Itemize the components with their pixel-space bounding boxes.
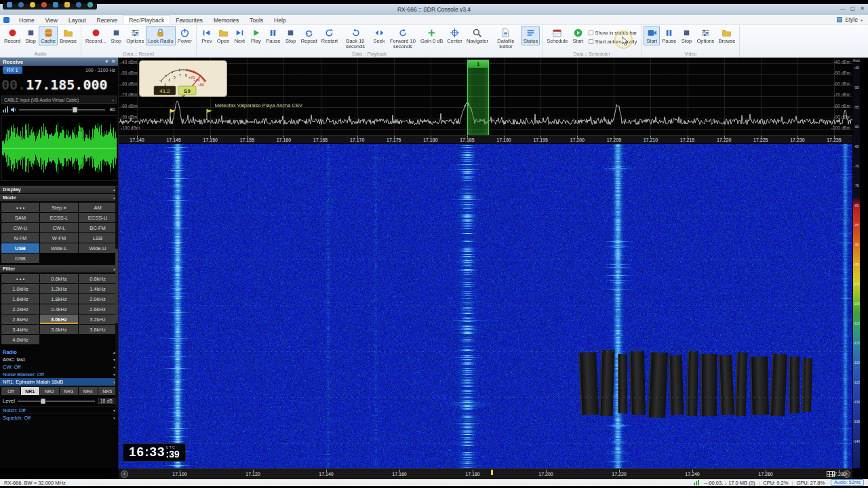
close-button[interactable]: ✕ [860,5,865,12]
mode-am-button[interactable]: AM [79,203,117,212]
level-slider[interactable] [18,398,95,405]
filter-2-6khz-button[interactable]: 2.6kHz [79,304,117,314]
scroll-left-button[interactable]: ‹ [121,470,128,478]
filter-3-2khz-button[interactable]: 3.2kHz [79,314,117,324]
waterfall[interactable]: 16:33 UTC :39 [119,144,852,468]
tab-help[interactable]: Help [269,15,291,24]
noise-blanker-row[interactable]: Noise Blanker: Off▾ [0,371,118,378]
tab-layout[interactable]: Layout [63,15,92,24]
filter-1-4khz-button[interactable]: 1.4kHz [79,284,117,293]
phone-icon[interactable] [76,2,81,7]
mode-n-fm-button[interactable]: N-FM [1,233,39,243]
spectrum-panel[interactable]: -40 dBm-50 dBm-60 dBm-70 dBm-80 dBm-90 d… [119,58,852,135]
seek-button[interactable]: Seek [371,26,387,45]
browse-button[interactable]: Browse [716,26,737,45]
power-button[interactable]: Power [176,26,194,45]
options-button[interactable]: Options [124,26,146,45]
nr-nr4-button[interactable]: NR4 [79,387,98,395]
filter-3-0khz-button[interactable]: 3.0kHz [40,314,78,324]
cw-row[interactable]: CW: Off▾ [0,363,118,371]
legend-auto-label[interactable]: Auto [852,58,861,62]
layout-icon[interactable] [837,17,842,22]
monitor-icon[interactable] [7,2,12,7]
start-button[interactable]: Start [570,26,587,45]
tab-favourites[interactable]: Favourites [170,15,208,24]
stop-button[interactable]: Stop [108,26,124,45]
navigator-button[interactable]: Navigator [465,26,490,45]
memory-flag-icon[interactable] [206,109,213,120]
tab-home[interactable]: Home [14,15,40,24]
mode-cw-u-button[interactable]: CW-U [1,223,39,232]
stop-button[interactable]: Stop [679,26,695,45]
tab-tools[interactable]: Tools [244,15,269,24]
app-icon[interactable] [3,17,9,23]
status-button[interactable]: Status [521,26,540,45]
section-display[interactable]: Display▴ [0,186,118,193]
tuning-band[interactable]: 1 [467,60,489,135]
mode-sam-button[interactable]: SAM [1,213,39,222]
tab-memories[interactable]: Memories [208,15,244,24]
filter-0-8khz-button[interactable]: 0.8kHz [79,274,117,283]
nr-nr5-button[interactable]: NR5 [98,387,117,395]
nr-nr3-button[interactable]: NR3 [60,387,79,395]
agc-row[interactable]: AGC: fast▾ [0,356,118,363]
filter-3-6khz-button[interactable]: 3.6kHz [40,325,78,334]
tab-view[interactable]: View [40,15,63,24]
volume-slider[interactable] [19,106,105,113]
filter-2-0khz-button[interactable]: 2.0kHz [79,294,117,304]
navigator-track[interactable]: ‹ › 17.10017.12017.14017.16017.18017.200… [119,468,852,479]
mode-bc-fm-button[interactable]: BC-FM [79,223,117,232]
open-button[interactable]: Open [215,26,231,45]
tab-receive[interactable]: Receive [92,15,123,24]
memory-flag-icon[interactable] [170,109,176,120]
maximize-button[interactable]: ▢ [850,5,856,12]
filter-2-8khz-button[interactable]: 2.8kHz [1,314,39,324]
restart-button[interactable]: Restart [319,26,340,45]
mode-ecss-l-button[interactable]: ECSS-L [40,213,78,222]
sidebar-scrollbar[interactable] [115,186,118,410]
mode-wide-u-button[interactable]: Wide-U [79,243,117,253]
record-button[interactable]: Record... [83,26,108,45]
filter-2-2khz-button[interactable]: 2.2kHz [1,304,39,314]
options-button[interactable]: Options [695,26,717,45]
filter-1-0khz-button[interactable]: 1.0kHz [1,284,39,293]
audio-device-select[interactable]: CABLE Input (VB-Audio Virtual Cable) ▾ [1,96,117,104]
minimize-button[interactable]: — [840,5,846,12]
frequency-display[interactable]: 00.17.185.000 [0,75,118,95]
back-10-seconds-button[interactable]: Back 10 seconds [340,26,371,51]
mode-step-button[interactable]: Step ≡ [40,203,78,212]
notch-row[interactable]: Notch: Off▾ [0,406,118,413]
gain-0-db-button[interactable]: Gain 0 dB [418,26,445,45]
repeat-button[interactable]: Repeat [299,26,319,45]
filter-1-8khz-button[interactable]: 1.8kHz [40,294,78,304]
nr-nr2-button[interactable]: NR2 [40,387,59,395]
start-button[interactable]: Start [644,26,660,45]
titlebar[interactable]: RX-666 :: SDR Console v3.4 — ▢ ✕ [0,4,868,15]
filter-2-4khz-button[interactable]: 2.4kHz [40,304,78,314]
collapse-icon[interactable]: ▾ [106,59,108,64]
waterfall-color-legend[interactable]: Auto -45-50-55-60-65-70-75-80-85-90-95-1… [852,58,861,468]
section-filter[interactable]: Filter▴ [0,265,118,272]
filter-4-0khz-button[interactable]: 4.0kHz [1,335,39,344]
stop-button[interactable]: Stop [283,26,299,45]
nr1-row[interactable]: NR1: Ephraim Malah 18dB▾ [0,378,118,386]
help-icon[interactable] [30,2,35,7]
cache-button[interactable]: Cache [39,26,58,45]
tab-rec-playback[interactable]: Rec/Playback [123,15,170,24]
filter-1-2khz-button[interactable]: 1.2kHz [40,284,78,293]
filter-0-6khz-button[interactable]: 0.6kHz [40,274,78,283]
squelch-row[interactable]: Squelch: Off▾ [0,413,118,421]
alert-icon[interactable] [41,2,47,7]
mode-cw-l-button[interactable]: CW-L [40,223,78,232]
prev-button[interactable]: Prev [199,26,215,45]
next-button[interactable]: Next [231,26,248,45]
mode-wide-l-button[interactable]: Wide-L [40,243,78,253]
mail-icon[interactable] [64,2,70,7]
nr-off-button[interactable]: Off [1,387,20,395]
record-button[interactable]: Record [2,26,22,45]
mode-lsb-button[interactable]: LSB [79,233,117,243]
tuning-band-marker[interactable]: 1 [468,60,488,68]
rx-label[interactable]: RX 1 [3,66,22,74]
frequency-ruler[interactable]: 17.14017.14517.15017.15517.16017.16517.1… [119,135,852,144]
datafile-editor-button[interactable]: Datafile Editor [490,26,521,51]
